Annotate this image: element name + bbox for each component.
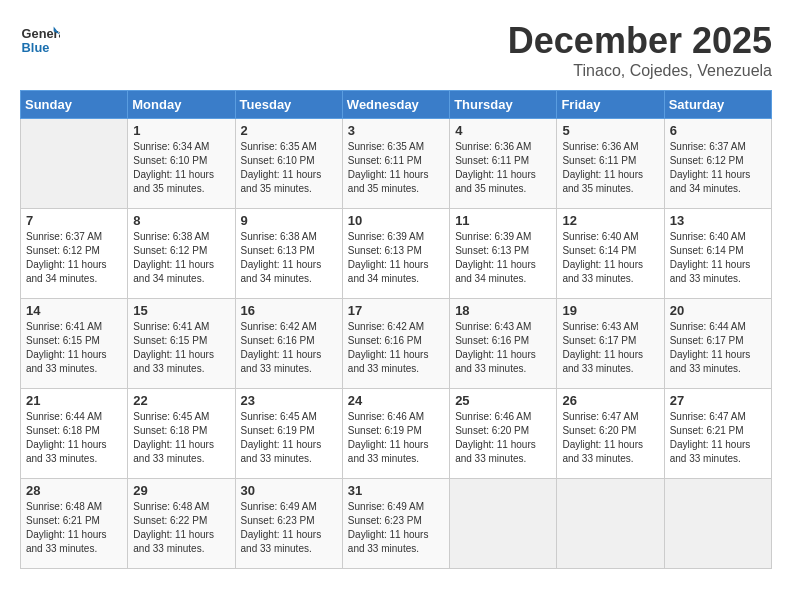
svg-text:Blue: Blue xyxy=(22,40,50,55)
day-number: 13 xyxy=(670,213,766,228)
day-info: Sunrise: 6:42 AMSunset: 6:16 PMDaylight:… xyxy=(348,320,444,376)
calendar-day-cell: 22Sunrise: 6:45 AMSunset: 6:18 PMDayligh… xyxy=(128,389,235,479)
day-info: Sunrise: 6:38 AMSunset: 6:12 PMDaylight:… xyxy=(133,230,229,286)
calendar-day-cell: 9Sunrise: 6:38 AMSunset: 6:13 PMDaylight… xyxy=(235,209,342,299)
calendar-day-cell: 7Sunrise: 6:37 AMSunset: 6:12 PMDaylight… xyxy=(21,209,128,299)
day-info: Sunrise: 6:39 AMSunset: 6:13 PMDaylight:… xyxy=(348,230,444,286)
calendar-day-cell: 26Sunrise: 6:47 AMSunset: 6:20 PMDayligh… xyxy=(557,389,664,479)
weekday-header-thursday: Thursday xyxy=(450,91,557,119)
weekday-header-saturday: Saturday xyxy=(664,91,771,119)
page-header: General Blue December 2025 Tinaco, Cojed… xyxy=(20,20,772,80)
weekday-header-monday: Monday xyxy=(128,91,235,119)
day-number: 19 xyxy=(562,303,658,318)
calendar-day-cell: 25Sunrise: 6:46 AMSunset: 6:20 PMDayligh… xyxy=(450,389,557,479)
calendar-day-cell xyxy=(450,479,557,569)
day-info: Sunrise: 6:45 AMSunset: 6:18 PMDaylight:… xyxy=(133,410,229,466)
day-number: 11 xyxy=(455,213,551,228)
calendar-day-cell: 1Sunrise: 6:34 AMSunset: 6:10 PMDaylight… xyxy=(128,119,235,209)
day-number: 4 xyxy=(455,123,551,138)
calendar-day-cell: 13Sunrise: 6:40 AMSunset: 6:14 PMDayligh… xyxy=(664,209,771,299)
calendar-week-row: 7Sunrise: 6:37 AMSunset: 6:12 PMDaylight… xyxy=(21,209,772,299)
day-info: Sunrise: 6:45 AMSunset: 6:19 PMDaylight:… xyxy=(241,410,337,466)
day-number: 5 xyxy=(562,123,658,138)
day-info: Sunrise: 6:46 AMSunset: 6:19 PMDaylight:… xyxy=(348,410,444,466)
calendar-week-row: 1Sunrise: 6:34 AMSunset: 6:10 PMDaylight… xyxy=(21,119,772,209)
day-info: Sunrise: 6:36 AMSunset: 6:11 PMDaylight:… xyxy=(562,140,658,196)
calendar-table: SundayMondayTuesdayWednesdayThursdayFrid… xyxy=(20,90,772,569)
calendar-day-cell: 12Sunrise: 6:40 AMSunset: 6:14 PMDayligh… xyxy=(557,209,664,299)
day-number: 10 xyxy=(348,213,444,228)
day-number: 15 xyxy=(133,303,229,318)
calendar-day-cell xyxy=(664,479,771,569)
day-number: 8 xyxy=(133,213,229,228)
calendar-day-cell: 15Sunrise: 6:41 AMSunset: 6:15 PMDayligh… xyxy=(128,299,235,389)
calendar-day-cell xyxy=(557,479,664,569)
day-number: 7 xyxy=(26,213,122,228)
day-info: Sunrise: 6:38 AMSunset: 6:13 PMDaylight:… xyxy=(241,230,337,286)
day-number: 14 xyxy=(26,303,122,318)
day-number: 27 xyxy=(670,393,766,408)
day-info: Sunrise: 6:39 AMSunset: 6:13 PMDaylight:… xyxy=(455,230,551,286)
location-subtitle: Tinaco, Cojedes, Venezuela xyxy=(508,62,772,80)
day-info: Sunrise: 6:49 AMSunset: 6:23 PMDaylight:… xyxy=(241,500,337,556)
weekday-header-tuesday: Tuesday xyxy=(235,91,342,119)
day-info: Sunrise: 6:36 AMSunset: 6:11 PMDaylight:… xyxy=(455,140,551,196)
day-info: Sunrise: 6:41 AMSunset: 6:15 PMDaylight:… xyxy=(133,320,229,376)
day-info: Sunrise: 6:34 AMSunset: 6:10 PMDaylight:… xyxy=(133,140,229,196)
calendar-day-cell: 23Sunrise: 6:45 AMSunset: 6:19 PMDayligh… xyxy=(235,389,342,479)
calendar-week-row: 28Sunrise: 6:48 AMSunset: 6:21 PMDayligh… xyxy=(21,479,772,569)
day-info: Sunrise: 6:48 AMSunset: 6:21 PMDaylight:… xyxy=(26,500,122,556)
calendar-day-cell: 28Sunrise: 6:48 AMSunset: 6:21 PMDayligh… xyxy=(21,479,128,569)
day-info: Sunrise: 6:48 AMSunset: 6:22 PMDaylight:… xyxy=(133,500,229,556)
day-number: 21 xyxy=(26,393,122,408)
calendar-day-cell: 3Sunrise: 6:35 AMSunset: 6:11 PMDaylight… xyxy=(342,119,449,209)
day-number: 9 xyxy=(241,213,337,228)
calendar-day-cell: 20Sunrise: 6:44 AMSunset: 6:17 PMDayligh… xyxy=(664,299,771,389)
day-number: 1 xyxy=(133,123,229,138)
day-info: Sunrise: 6:37 AMSunset: 6:12 PMDaylight:… xyxy=(670,140,766,196)
day-info: Sunrise: 6:49 AMSunset: 6:23 PMDaylight:… xyxy=(348,500,444,556)
calendar-day-cell: 4Sunrise: 6:36 AMSunset: 6:11 PMDaylight… xyxy=(450,119,557,209)
calendar-header-row: SundayMondayTuesdayWednesdayThursdayFrid… xyxy=(21,91,772,119)
day-info: Sunrise: 6:35 AMSunset: 6:11 PMDaylight:… xyxy=(348,140,444,196)
day-number: 29 xyxy=(133,483,229,498)
calendar-day-cell: 29Sunrise: 6:48 AMSunset: 6:22 PMDayligh… xyxy=(128,479,235,569)
day-info: Sunrise: 6:40 AMSunset: 6:14 PMDaylight:… xyxy=(670,230,766,286)
calendar-day-cell: 6Sunrise: 6:37 AMSunset: 6:12 PMDaylight… xyxy=(664,119,771,209)
day-number: 26 xyxy=(562,393,658,408)
calendar-day-cell: 31Sunrise: 6:49 AMSunset: 6:23 PMDayligh… xyxy=(342,479,449,569)
day-info: Sunrise: 6:37 AMSunset: 6:12 PMDaylight:… xyxy=(26,230,122,286)
day-number: 2 xyxy=(241,123,337,138)
day-number: 17 xyxy=(348,303,444,318)
day-info: Sunrise: 6:42 AMSunset: 6:16 PMDaylight:… xyxy=(241,320,337,376)
calendar-day-cell: 8Sunrise: 6:38 AMSunset: 6:12 PMDaylight… xyxy=(128,209,235,299)
month-title: December 2025 xyxy=(508,20,772,62)
day-info: Sunrise: 6:41 AMSunset: 6:15 PMDaylight:… xyxy=(26,320,122,376)
logo-icon: General Blue xyxy=(20,20,60,60)
calendar-day-cell: 30Sunrise: 6:49 AMSunset: 6:23 PMDayligh… xyxy=(235,479,342,569)
day-info: Sunrise: 6:47 AMSunset: 6:21 PMDaylight:… xyxy=(670,410,766,466)
day-number: 16 xyxy=(241,303,337,318)
day-info: Sunrise: 6:43 AMSunset: 6:17 PMDaylight:… xyxy=(562,320,658,376)
calendar-day-cell: 14Sunrise: 6:41 AMSunset: 6:15 PMDayligh… xyxy=(21,299,128,389)
day-number: 12 xyxy=(562,213,658,228)
day-number: 30 xyxy=(241,483,337,498)
day-number: 25 xyxy=(455,393,551,408)
day-number: 18 xyxy=(455,303,551,318)
day-number: 31 xyxy=(348,483,444,498)
calendar-day-cell: 24Sunrise: 6:46 AMSunset: 6:19 PMDayligh… xyxy=(342,389,449,479)
calendar-day-cell: 19Sunrise: 6:43 AMSunset: 6:17 PMDayligh… xyxy=(557,299,664,389)
calendar-day-cell: 11Sunrise: 6:39 AMSunset: 6:13 PMDayligh… xyxy=(450,209,557,299)
calendar-day-cell: 18Sunrise: 6:43 AMSunset: 6:16 PMDayligh… xyxy=(450,299,557,389)
calendar-day-cell xyxy=(21,119,128,209)
day-number: 3 xyxy=(348,123,444,138)
title-block: December 2025 Tinaco, Cojedes, Venezuela xyxy=(508,20,772,80)
calendar-day-cell: 2Sunrise: 6:35 AMSunset: 6:10 PMDaylight… xyxy=(235,119,342,209)
calendar-day-cell: 16Sunrise: 6:42 AMSunset: 6:16 PMDayligh… xyxy=(235,299,342,389)
day-number: 6 xyxy=(670,123,766,138)
day-info: Sunrise: 6:46 AMSunset: 6:20 PMDaylight:… xyxy=(455,410,551,466)
day-number: 20 xyxy=(670,303,766,318)
day-info: Sunrise: 6:35 AMSunset: 6:10 PMDaylight:… xyxy=(241,140,337,196)
logo: General Blue xyxy=(20,20,64,60)
calendar-week-row: 14Sunrise: 6:41 AMSunset: 6:15 PMDayligh… xyxy=(21,299,772,389)
